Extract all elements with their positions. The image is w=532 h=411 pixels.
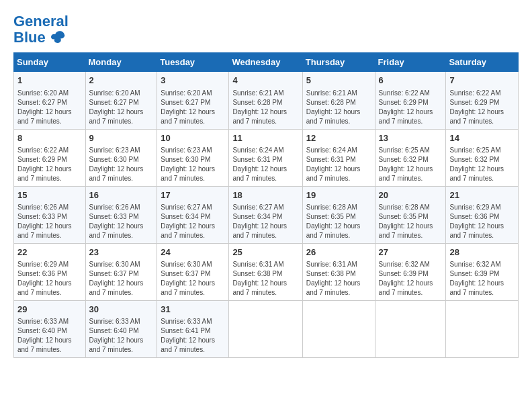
day-number: 23	[89, 246, 154, 259]
day-number: 11	[232, 132, 298, 144]
header-sunday: Sunday	[14, 53, 86, 72]
day-number: 17	[161, 189, 225, 201]
calendar-header-row: SundayMondayTuesdayWednesdayThursdayFrid…	[14, 53, 519, 72]
day-number: 13	[379, 132, 443, 144]
day-info: Sunrise: 6:26 AMSunset: 6:33 PMDaylight:…	[89, 203, 154, 240]
page-header: General Blue	[13, 13, 519, 46]
day-info: Sunrise: 6:22 AMSunset: 6:29 PMDaylight:…	[17, 146, 82, 183]
calendar-cell: 11Sunrise: 6:24 AMSunset: 6:31 PMDayligh…	[229, 129, 302, 186]
calendar-cell	[302, 301, 375, 358]
calendar-cell: 26Sunrise: 6:31 AMSunset: 6:38 PMDayligh…	[302, 243, 375, 300]
day-number: 30	[89, 304, 154, 316]
day-info: Sunrise: 6:25 AMSunset: 6:32 PMDaylight:…	[449, 146, 515, 183]
calendar-week-row: 1Sunrise: 6:20 AMSunset: 6:27 PMDaylight…	[14, 72, 519, 129]
day-info: Sunrise: 6:22 AMSunset: 6:29 PMDaylight:…	[379, 89, 443, 126]
calendar-cell: 4Sunrise: 6:21 AMSunset: 6:28 PMDaylight…	[229, 72, 302, 129]
day-number: 15	[17, 189, 82, 201]
calendar-cell: 28Sunrise: 6:32 AMSunset: 6:39 PMDayligh…	[446, 243, 519, 300]
day-info: Sunrise: 6:29 AMSunset: 6:36 PMDaylight:…	[449, 203, 515, 240]
calendar-cell: 15Sunrise: 6:26 AMSunset: 6:33 PMDayligh…	[14, 186, 86, 243]
day-info: Sunrise: 6:23 AMSunset: 6:30 PMDaylight:…	[89, 146, 154, 183]
day-number: 25	[232, 246, 298, 259]
calendar-cell: 13Sunrise: 6:25 AMSunset: 6:32 PMDayligh…	[375, 129, 446, 186]
header-thursday: Thursday	[302, 53, 375, 72]
day-number: 8	[17, 132, 82, 144]
calendar-cell: 10Sunrise: 6:23 AMSunset: 6:30 PMDayligh…	[157, 129, 229, 186]
day-info: Sunrise: 6:26 AMSunset: 6:33 PMDaylight:…	[17, 203, 82, 240]
day-info: Sunrise: 6:33 AMSunset: 6:40 PMDaylight:…	[89, 317, 154, 355]
calendar-cell: 20Sunrise: 6:28 AMSunset: 6:35 PMDayligh…	[375, 186, 446, 243]
day-info: Sunrise: 6:27 AMSunset: 6:34 PMDaylight:…	[161, 203, 225, 240]
calendar-cell: 6Sunrise: 6:22 AMSunset: 6:29 PMDaylight…	[375, 72, 446, 129]
calendar-week-row: 15Sunrise: 6:26 AMSunset: 6:33 PMDayligh…	[14, 186, 519, 243]
day-info: Sunrise: 6:32 AMSunset: 6:39 PMDaylight:…	[379, 260, 443, 298]
logo-general: General	[13, 13, 69, 30]
logo-blue: Blue	[13, 30, 46, 46]
header-tuesday: Tuesday	[157, 53, 229, 72]
day-info: Sunrise: 6:27 AMSunset: 6:34 PMDaylight:…	[232, 203, 298, 240]
day-number: 31	[161, 304, 225, 316]
day-info: Sunrise: 6:28 AMSunset: 6:35 PMDaylight:…	[306, 203, 371, 240]
day-number: 18	[232, 189, 298, 201]
calendar-cell: 16Sunrise: 6:26 AMSunset: 6:33 PMDayligh…	[85, 186, 157, 243]
day-number: 2	[89, 75, 154, 87]
calendar-cell: 7Sunrise: 6:22 AMSunset: 6:29 PMDaylight…	[446, 72, 519, 129]
calendar-week-row: 8Sunrise: 6:22 AMSunset: 6:29 PMDaylight…	[14, 129, 519, 186]
day-number: 1	[17, 75, 82, 87]
day-info: Sunrise: 6:22 AMSunset: 6:29 PMDaylight:…	[449, 89, 515, 126]
day-number: 26	[306, 246, 371, 259]
logo-bird-icon	[47, 30, 66, 46]
calendar-cell: 8Sunrise: 6:22 AMSunset: 6:29 PMDaylight…	[14, 129, 86, 186]
day-info: Sunrise: 6:32 AMSunset: 6:39 PMDaylight:…	[449, 260, 515, 298]
day-info: Sunrise: 6:21 AMSunset: 6:28 PMDaylight:…	[306, 89, 371, 126]
day-info: Sunrise: 6:30 AMSunset: 6:37 PMDaylight:…	[89, 260, 154, 298]
day-info: Sunrise: 6:28 AMSunset: 6:35 PMDaylight:…	[379, 203, 443, 240]
logo: General Blue	[13, 13, 69, 46]
day-number: 10	[161, 132, 225, 144]
calendar-cell: 21Sunrise: 6:29 AMSunset: 6:36 PMDayligh…	[446, 186, 519, 243]
calendar-cell: 5Sunrise: 6:21 AMSunset: 6:28 PMDaylight…	[302, 72, 375, 129]
day-number: 14	[449, 132, 515, 144]
calendar-cell	[375, 301, 446, 358]
calendar-week-row: 29Sunrise: 6:33 AMSunset: 6:40 PMDayligh…	[14, 301, 519, 358]
day-info: Sunrise: 6:29 AMSunset: 6:36 PMDaylight:…	[17, 260, 82, 298]
calendar-cell: 17Sunrise: 6:27 AMSunset: 6:34 PMDayligh…	[157, 186, 229, 243]
day-number: 24	[161, 246, 225, 259]
calendar-cell: 23Sunrise: 6:30 AMSunset: 6:37 PMDayligh…	[85, 243, 157, 300]
calendar-cell: 2Sunrise: 6:20 AMSunset: 6:27 PMDaylight…	[85, 72, 157, 129]
day-number: 3	[161, 75, 225, 87]
calendar-cell: 30Sunrise: 6:33 AMSunset: 6:40 PMDayligh…	[85, 301, 157, 358]
header-monday: Monday	[85, 53, 157, 72]
calendar-week-row: 22Sunrise: 6:29 AMSunset: 6:36 PMDayligh…	[14, 243, 519, 300]
day-number: 20	[379, 189, 443, 201]
calendar-cell: 22Sunrise: 6:29 AMSunset: 6:36 PMDayligh…	[14, 243, 86, 300]
day-number: 7	[449, 75, 515, 87]
calendar-cell: 3Sunrise: 6:20 AMSunset: 6:27 PMDaylight…	[157, 72, 229, 129]
day-number: 27	[379, 246, 443, 259]
day-number: 28	[449, 246, 515, 259]
calendar-cell	[229, 301, 302, 358]
day-number: 5	[306, 75, 371, 87]
calendar-cell: 19Sunrise: 6:28 AMSunset: 6:35 PMDayligh…	[302, 186, 375, 243]
day-number: 16	[89, 189, 154, 201]
header-wednesday: Wednesday	[229, 53, 302, 72]
day-info: Sunrise: 6:25 AMSunset: 6:32 PMDaylight:…	[379, 146, 443, 183]
day-info: Sunrise: 6:20 AMSunset: 6:27 PMDaylight:…	[89, 89, 154, 126]
calendar-cell: 14Sunrise: 6:25 AMSunset: 6:32 PMDayligh…	[446, 129, 519, 186]
day-info: Sunrise: 6:31 AMSunset: 6:38 PMDaylight:…	[306, 260, 371, 298]
day-info: Sunrise: 6:23 AMSunset: 6:30 PMDaylight:…	[161, 146, 225, 183]
calendar-cell: 25Sunrise: 6:31 AMSunset: 6:38 PMDayligh…	[229, 243, 302, 300]
day-info: Sunrise: 6:30 AMSunset: 6:37 PMDaylight:…	[161, 260, 225, 298]
day-info: Sunrise: 6:20 AMSunset: 6:27 PMDaylight:…	[17, 89, 82, 126]
day-info: Sunrise: 6:21 AMSunset: 6:28 PMDaylight:…	[232, 89, 298, 126]
day-number: 6	[379, 75, 443, 87]
day-number: 9	[89, 132, 154, 144]
calendar-cell: 18Sunrise: 6:27 AMSunset: 6:34 PMDayligh…	[229, 186, 302, 243]
day-info: Sunrise: 6:33 AMSunset: 6:41 PMDaylight:…	[161, 317, 225, 355]
calendar-cell: 24Sunrise: 6:30 AMSunset: 6:37 PMDayligh…	[157, 243, 229, 300]
calendar-cell: 12Sunrise: 6:24 AMSunset: 6:31 PMDayligh…	[302, 129, 375, 186]
header-friday: Friday	[375, 53, 446, 72]
day-number: 4	[232, 75, 298, 87]
day-info: Sunrise: 6:31 AMSunset: 6:38 PMDaylight:…	[232, 260, 298, 298]
day-number: 12	[306, 132, 371, 144]
